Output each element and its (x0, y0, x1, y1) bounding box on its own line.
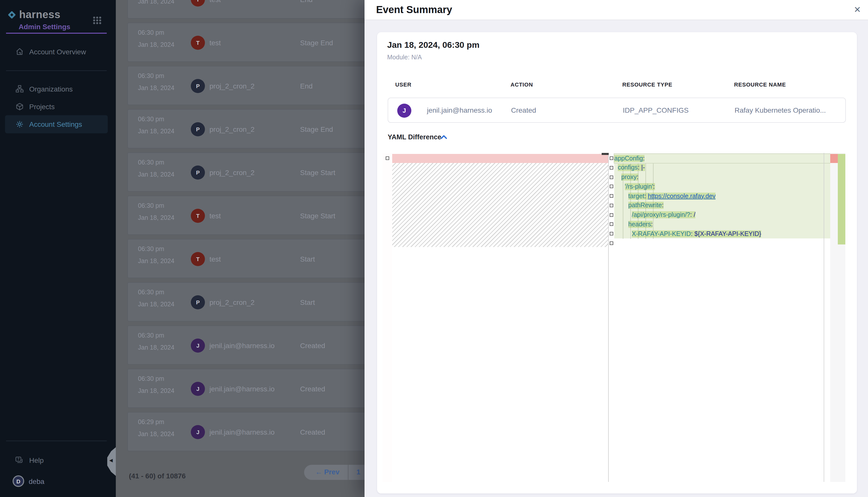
collapse-left-icon: ◀ (109, 458, 113, 463)
yaml-line: proxy: (614, 172, 830, 182)
yaml-line: pathRewrite: (614, 201, 830, 211)
help-chat-icon: ? (15, 456, 24, 464)
sidebar-item-projects[interactable]: Projects (5, 97, 108, 115)
sidebar: harness Admin Settings Account Overview (0, 0, 116, 497)
column-header-action: ACTION (511, 81, 533, 87)
record-action: Created (511, 106, 536, 114)
indent-guide (646, 163, 646, 239)
yaml-line: headers: (614, 220, 830, 229)
sidebar-divider (6, 70, 107, 71)
user-menu[interactable]: D deba (13, 475, 44, 487)
indent-guide (638, 163, 638, 239)
avatar: J (191, 425, 205, 439)
diff-line-marker (609, 194, 613, 198)
sidebar-subtitle: Admin Settings (19, 23, 70, 31)
event-module: Module: N/A (387, 54, 422, 61)
yaml-line-empty (614, 239, 830, 248)
avatar: T (191, 0, 205, 6)
diff-line-marker (609, 156, 613, 160)
sidebar-item-organizations[interactable]: Organizations (5, 80, 108, 98)
yaml-difference-label: YAML Difference (388, 133, 441, 141)
sidebar-item-account-overview[interactable]: Account Overview (5, 43, 108, 61)
ruler-added-marker (838, 154, 845, 244)
cube-icon (15, 102, 24, 110)
column-header-user: USER (395, 81, 411, 87)
diff-line-marker (386, 156, 389, 160)
avatar: P (191, 166, 205, 180)
diff-line-marker (609, 185, 613, 188)
diff-modified-pane: appConfig: configs: |- proxy: '/rs-plugi… (614, 154, 830, 248)
target-url-link[interactable]: https://console.rafay.dev (648, 193, 715, 199)
diff-line-marker (609, 241, 613, 245)
avatar: P (191, 79, 205, 93)
chevron-up-icon[interactable] (440, 134, 447, 139)
avatar: T (191, 209, 205, 223)
avatar: J (397, 103, 411, 117)
gear-icon (15, 120, 24, 128)
yaml-line: X-RAFAY-API-KEYID: ${X-RAFAY-API-KEYID} (614, 229, 830, 239)
yaml-line: appConfig: (614, 154, 830, 163)
column-header-resource-name: RESOURCE NAME (734, 81, 786, 87)
ruler-deleted-marker (830, 154, 838, 163)
avatar: T (191, 36, 205, 50)
pagination-range: (41 - 60) of 10876 (129, 472, 186, 480)
user-name: deba (29, 477, 44, 485)
yaml-line: configs: |- (614, 163, 830, 173)
indent-guide (623, 163, 623, 239)
column-ruler (824, 153, 824, 482)
harness-logo-icon (6, 9, 17, 20)
record-resource-name: Rafay Kubernetes Operatio... (734, 106, 826, 114)
diff-right-gutter (609, 153, 614, 482)
diff-line-marker (609, 166, 613, 170)
app-viewport: harness Admin Settings Account Overview (0, 0, 868, 497)
column-header-resource-type: RESOURCE TYPE (622, 81, 672, 87)
module-grid-icon[interactable] (93, 16, 102, 24)
event-summary-card: Jan 18, 2024, 06:30 pm Module: N/A USER … (377, 32, 857, 494)
pagination-separator (348, 465, 348, 480)
home-icon (15, 48, 24, 55)
modal-title: Event Summary (376, 4, 452, 16)
avatar: J (191, 339, 205, 353)
sidebar-item-help[interactable]: ? Help (5, 451, 108, 469)
yaml-diff-editor: appConfig: configs: |- proxy: '/rs-plugi… (383, 153, 845, 482)
diff-line-marker (609, 232, 613, 236)
page-number-button[interactable]: 1 (357, 468, 360, 476)
yaml-line: '/rs-plugin': (614, 182, 830, 191)
yaml-line: /api/proxy/rs-plugin/?: / (614, 210, 830, 220)
avatar: P (191, 295, 205, 309)
event-summary-modal: Event Summary ✕ Jan 18, 2024, 06:30 pm M… (364, 0, 868, 497)
brand: harness (6, 9, 60, 20)
avatar: D (13, 475, 24, 487)
record-user: jenil.jain@harness.io (427, 106, 492, 114)
event-datetime: Jan 18, 2024, 06:30 pm (387, 40, 480, 50)
record-resource-type: IDP_APP_CONFIGS (623, 106, 689, 114)
diff-line-marker (609, 213, 613, 216)
avatar: J (191, 382, 205, 396)
prev-page-button[interactable]: ← Prev (315, 468, 340, 476)
diff-line-marker (609, 175, 613, 179)
scrollbar-overview-ruler[interactable] (830, 153, 845, 482)
diff-left-gutter (383, 153, 392, 482)
accent-divider (6, 33, 107, 34)
modal-header: Event Summary ✕ (364, 0, 868, 20)
diff-line-marker (609, 204, 613, 207)
avatar: T (191, 252, 205, 266)
brand-name: harness (19, 9, 60, 20)
event-record-row[interactable]: J jenil.jain@harness.io Created IDP_APP_… (388, 97, 845, 123)
diff-line-marker (609, 223, 613, 226)
sidebar-divider-bottom (6, 441, 107, 441)
avatar: P (191, 122, 205, 136)
diff-filler-hatch (392, 163, 608, 247)
diff-sash-handle[interactable] (602, 153, 609, 155)
svg-text:?: ? (17, 457, 19, 461)
indent-guide (653, 163, 653, 239)
sidebar-item-account-settings[interactable]: Account Settings (5, 115, 108, 133)
diff-original-pane (392, 153, 608, 482)
close-icon[interactable]: ✕ (854, 4, 861, 15)
yaml-line: target: https://console.rafay.dev (614, 191, 830, 201)
deleted-line (392, 154, 608, 163)
indent-guide (630, 163, 631, 239)
org-chart-icon (15, 85, 24, 93)
